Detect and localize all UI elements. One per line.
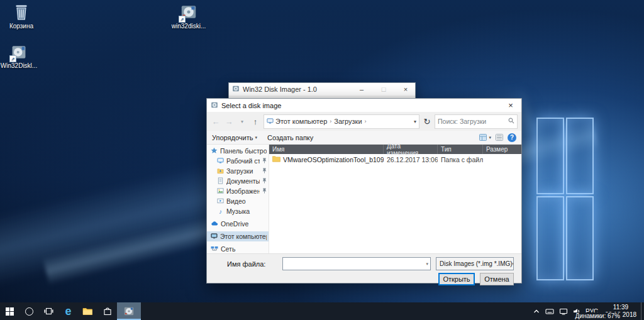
- file-explorer-button[interactable]: [78, 302, 97, 320]
- sidebar-item-label: Документы: [226, 177, 260, 185]
- edge-button[interactable]: e: [58, 302, 78, 320]
- imager-minimize-button[interactable]: –: [352, 83, 371, 96]
- open-button[interactable]: Открыть: [438, 273, 475, 285]
- cortana-search-button[interactable]: [19, 302, 39, 320]
- column-header-size[interactable]: Размер: [483, 145, 512, 154]
- store-button[interactable]: [97, 302, 117, 320]
- pin-icon: [262, 187, 267, 195]
- sidebar-item-this-pc[interactable]: Этот компьютер: [207, 231, 269, 241]
- dialog-title-bar[interactable]: Select a disk image ×: [207, 99, 521, 112]
- screen: Корзина ↗ win32diski... ↗ Wi: [0, 0, 644, 320]
- start-button[interactable]: [0, 302, 19, 320]
- filetype-select[interactable]: Disk Images (*.img *.IMG) ▾: [436, 257, 514, 270]
- sidebar-item-pictures[interactable]: Изображения: [207, 186, 269, 196]
- desktop-icon-label: Win32Diskl...: [0, 62, 38, 69]
- desktop-icon-win32diskimager[interactable]: ↗ win32diski...: [170, 3, 208, 30]
- taskbar-win32diskimager-button[interactable]: [117, 302, 141, 320]
- location-icon: [267, 118, 274, 126]
- file-row[interactable]: VMwareOSOptimizationTool_b1095_7348... 2…: [269, 154, 521, 165]
- wallpaper-window-pane: [566, 118, 594, 194]
- sidebar-item-label: Изображения: [226, 187, 260, 195]
- file-date: 26.12.2017 13:06: [384, 156, 438, 163]
- sidebar-item-documents[interactable]: Документы: [207, 176, 269, 186]
- sidebar-item-downloads[interactable]: Загрузки: [207, 166, 269, 176]
- address-dropdown-icon[interactable]: ▾: [414, 119, 416, 124]
- details-view-button[interactable]: [496, 134, 503, 141]
- column-header-date[interactable]: Дата изменения: [384, 145, 438, 154]
- disk-imager-icon: [123, 306, 135, 317]
- filename-input[interactable]: ▾: [282, 257, 431, 270]
- document-icon: [217, 177, 224, 185]
- imager-app-icon: [232, 84, 240, 95]
- filename-dropdown-icon[interactable]: ▾: [426, 262, 428, 267]
- file-name: VMwareOSOptimizationTool_b1095_7348...: [283, 156, 384, 163]
- file-list: Имя Дата изменения Тип Размер VMwareOSOp…: [269, 145, 521, 253]
- navigation-pane: Панель быстрого дос Рабочий стол Загруз: [207, 145, 269, 253]
- breadcrumb-this-pc[interactable]: Этот компьютер: [275, 118, 327, 125]
- address-bar[interactable]: Этот компьютер › Загрузки › ▾: [264, 114, 419, 129]
- pin-icon: [262, 177, 267, 185]
- search-placeholder: Поиск: Загрузки: [438, 118, 486, 125]
- breadcrumb-downloads[interactable]: Загрузки: [334, 118, 362, 125]
- desktop-icon-win32diskimager-installer[interactable]: ↗ Win32Diskl...: [0, 44, 38, 69]
- computer-icon: [211, 233, 218, 241]
- task-view-button[interactable]: [39, 302, 58, 320]
- sidebar-item-videos[interactable]: Видео: [207, 196, 269, 206]
- up-button[interactable]: ↑: [250, 117, 260, 126]
- folder-icon: [272, 155, 280, 163]
- network-icon[interactable]: [559, 308, 568, 315]
- back-button[interactable]: ←: [211, 117, 221, 126]
- select-disk-image-dialog: Select a disk image × ← → ▾ ↑ Этот компь…: [206, 98, 522, 284]
- sidebar-item-onedrive[interactable]: OneDrive: [207, 219, 269, 229]
- chevron-down-icon: ▾: [255, 135, 257, 140]
- thumbnails-view-button[interactable]: ▾: [479, 134, 491, 141]
- imager-close-button[interactable]: ×: [396, 83, 415, 96]
- organize-button[interactable]: Упорядочить ▾: [212, 134, 257, 141]
- pictures-icon: [217, 187, 224, 196]
- file-explorer-icon: [82, 307, 93, 316]
- sidebar-item-label: Панель быстрого дос: [220, 147, 267, 155]
- new-folder-button[interactable]: Создать папку: [267, 134, 313, 141]
- desktop-icon-label: win32diski...: [170, 23, 208, 30]
- sidebar-item-quick-access[interactable]: Панель быстрого дос: [207, 146, 269, 156]
- imager-maximize-button[interactable]: □: [374, 83, 393, 96]
- organize-label: Упорядочить: [212, 134, 253, 141]
- sidebar-item-network[interactable]: Сеть: [207, 244, 269, 253]
- dialog-close-button[interactable]: ×: [500, 99, 521, 112]
- search-icon: [508, 118, 514, 125]
- imager-title-bar[interactable]: Win32 Disk Imager - 1.0 – □ ×: [229, 83, 415, 96]
- dialog-title: Select a disk image: [221, 102, 497, 109]
- taskbar: e: [0, 302, 644, 320]
- search-input[interactable]: Поиск: Загрузки: [435, 114, 518, 129]
- pin-icon: [262, 167, 267, 175]
- volume-tooltip: Динамики: 67%: [574, 312, 622, 319]
- navigation-bar: ← → ▾ ↑ Этот компьютер › Загрузки › ▾: [207, 112, 521, 131]
- new-folder-label: Создать папку: [267, 134, 313, 141]
- dialog-footer: Имя файла: ▾ Disk Images (*.img *.IMG) ▾…: [207, 253, 521, 283]
- pin-icon: [262, 157, 267, 165]
- breadcrumb-separator-icon: ›: [329, 118, 332, 124]
- history-dropdown-icon[interactable]: ▾: [237, 119, 247, 124]
- desktop-icon-recycle-bin[interactable]: Корзина: [3, 3, 40, 30]
- tray-expand-chevron-icon[interactable]: [533, 308, 540, 314]
- forward-button[interactable]: →: [224, 117, 234, 126]
- cancel-button[interactable]: Отмена: [480, 273, 514, 285]
- dialog-main: Панель быстрого дос Рабочий стол Загруз: [207, 145, 521, 253]
- downloads-icon: [217, 167, 224, 175]
- star-icon: [211, 147, 218, 155]
- sidebar-item-label: Рабочий стол: [226, 157, 260, 165]
- column-header-type[interactable]: Тип: [438, 145, 483, 154]
- touch-keyboard-icon[interactable]: [545, 308, 554, 315]
- desktop-icon: [217, 157, 224, 165]
- cortana-circle-icon: [25, 307, 33, 316]
- sidebar-item-music[interactable]: ♪ Музыка: [207, 206, 269, 216]
- sidebar-item-label: Музыка: [226, 207, 267, 215]
- sidebar-item-label: OneDrive: [221, 220, 267, 228]
- video-icon: [217, 197, 224, 206]
- column-header-name[interactable]: Имя: [269, 145, 384, 154]
- sidebar-item-label: Этот компьютер: [220, 233, 267, 240]
- show-desktop-button[interactable]: [641, 302, 644, 320]
- refresh-button[interactable]: ↻: [423, 117, 431, 126]
- sidebar-item-desktop[interactable]: Рабочий стол: [207, 156, 269, 166]
- help-icon[interactable]: ?: [508, 133, 516, 142]
